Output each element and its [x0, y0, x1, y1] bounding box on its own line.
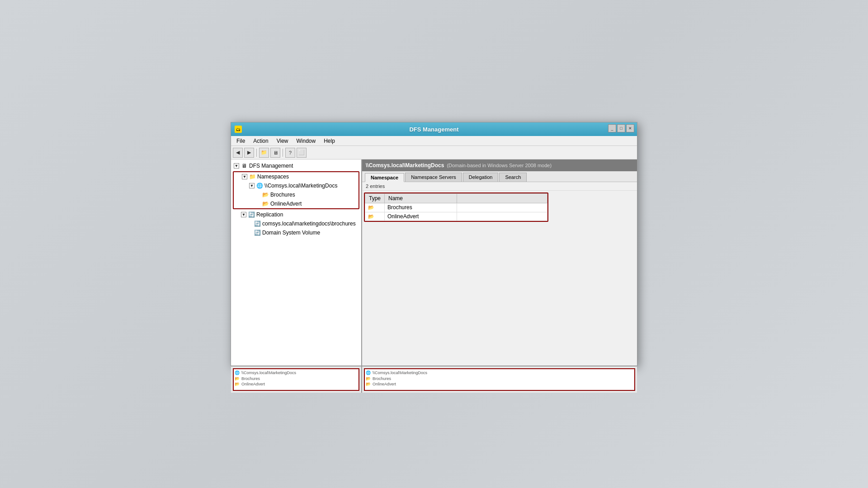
tree-domain-volume[interactable]: 🔄 Domain System Volume [233, 228, 359, 237]
entries-count: 2 entries [366, 183, 385, 189]
minimize-button[interactable]: _ [608, 124, 616, 132]
title-bar: 🗂 DFS Management _ □ ✕ [231, 122, 637, 136]
menu-help[interactable]: Help [320, 137, 339, 145]
left-text1: \\Comsys.local\MarketingDocs [241, 370, 296, 376]
back-button[interactable]: ◀ [233, 148, 243, 158]
table-highlight-box: Type Name 📂 Brochures [364, 192, 548, 222]
menu-action[interactable]: Action [250, 137, 272, 145]
row2-type-icon: 📂 [368, 213, 374, 220]
col-type: Type [365, 194, 385, 203]
right-preview-box: 🌐 \\Comsys.local\MarketingDocs 📂 Brochur… [364, 368, 635, 391]
row1-type: 📂 [365, 203, 385, 212]
tree-root[interactable]: ▼ 🖥 DFS Management [233, 161, 359, 170]
onlineadvert-label: OnlineAdvert [270, 201, 302, 207]
right-row1-icon: 📂 [366, 376, 371, 382]
menu-file[interactable]: File [233, 137, 249, 145]
root-label: DFS Management [249, 163, 293, 169]
tree-namespaces[interactable]: ▼ 📁 Namespaces [234, 172, 359, 181]
tree-onlineadvert[interactable]: 📂 OnlineAdvert [234, 199, 359, 208]
namespaces-label: Namespaces [257, 174, 289, 180]
marketingdocs-label: \\Comsys.local\MarketingDocs [264, 183, 337, 189]
right-row2-text: OnlineAdvert [373, 381, 396, 387]
replication-expand[interactable]: ▼ [241, 212, 246, 217]
right-preview-path: 🌐 \\Comsys.local\MarketingDocs [366, 370, 633, 376]
tree-brochures-repl[interactable]: 🔄 comsys.local\marketingdocs\brochures [233, 219, 359, 228]
tab-namespace[interactable]: Namespace [365, 173, 404, 182]
row2-name: OnlineAdvert [385, 212, 457, 221]
toolbar: ◀ ▶ 📁 🖥 ? ⬜ [231, 146, 637, 160]
onlineadvert-icon: 📂 [262, 200, 269, 207]
menu-bar: File Action View Window Help [231, 136, 637, 146]
monitor-button[interactable]: 🖥 [270, 148, 280, 158]
brochures-repl-icon: 🔄 [254, 220, 261, 227]
app-icon: 🗂 [235, 126, 242, 133]
help-button[interactable]: ? [285, 148, 295, 158]
domain-volume-icon: 🔄 [254, 229, 261, 236]
close-button[interactable]: ✕ [626, 124, 634, 132]
tree-panel: ▼ 🖥 DFS Management ▼ 📁 Namespaces ▼ 🌐 \\… [231, 160, 362, 366]
right-panel: \\Comsys.local\MarketingDocs (Domain-bas… [362, 160, 637, 366]
root-icon: 🖥 [241, 162, 248, 169]
tree-marketingdocs[interactable]: ▼ 🌐 \\Comsys.local\MarketingDocs [234, 181, 359, 190]
left-text3: OnlineAdvert [241, 381, 265, 387]
left-preview-row3: 📂 OnlineAdvert [235, 381, 358, 387]
tree-brochures[interactable]: 📂 Brochures [234, 190, 359, 199]
left-preview-row1: 🌐 \\Comsys.local\MarketingDocs [235, 370, 358, 376]
right-header: \\Comsys.local\MarketingDocs (Domain-bas… [362, 160, 637, 171]
bottom-left-preview: 🌐 \\Comsys.local\MarketingDocs 📂 Brochur… [231, 366, 362, 393]
bottom-preview-area: 🌐 \\Comsys.local\MarketingDocs 📂 Brochur… [231, 366, 637, 393]
right-path-text: \\Comsys.local\MarketingDocs [373, 370, 427, 376]
replication-label: Replication [256, 211, 283, 218]
left-icon1: 🌐 [235, 370, 240, 376]
tree-replication[interactable]: ▼ 🔄 Replication [233, 210, 359, 219]
tab-delegation[interactable]: Delegation [463, 173, 499, 182]
row1-extra [457, 203, 547, 212]
content-area: ▼ 🖥 DFS Management ▼ 📁 Namespaces ▼ 🌐 \\… [231, 160, 637, 366]
table-row[interactable]: 📂 OnlineAdvert [365, 212, 547, 221]
row1-name: Brochures [385, 203, 457, 212]
extra-button[interactable]: ⬜ [297, 148, 307, 158]
right-preview-row1: 📂 Brochures [366, 376, 633, 382]
marketingdocs-expand[interactable]: ▼ [249, 183, 255, 188]
tab-search[interactable]: Search [499, 173, 527, 182]
main-window: 🗂 DFS Management _ □ ✕ File Action View … [231, 122, 637, 366]
bottom-right-preview: 🌐 \\Comsys.local\MarketingDocs 📂 Brochur… [362, 366, 637, 393]
menu-window[interactable]: Window [293, 137, 320, 145]
root-expand[interactable]: ▼ [234, 163, 239, 169]
namespace-highlight-box: ▼ 📁 Namespaces ▼ 🌐 \\Comsys.local\Market… [233, 171, 359, 209]
replication-icon: 🔄 [248, 211, 255, 218]
toolbar-separator-1 [256, 149, 257, 157]
namespaces-icon: 📁 [249, 173, 256, 180]
brochures-repl-label: comsys.local\marketingdocs\brochures [262, 221, 356, 227]
table-container: Type Name 📂 Brochures [362, 191, 637, 366]
window-controls: _ □ ✕ [608, 124, 634, 132]
col-name: Name [385, 194, 457, 203]
forward-button[interactable]: ▶ [244, 148, 254, 158]
right-path-icon: 🌐 [366, 370, 371, 376]
brochures-label: Brochures [270, 192, 295, 198]
maximize-button[interactable]: □ [617, 124, 625, 132]
row2-extra [457, 212, 547, 221]
right-row2-icon: 📂 [366, 381, 371, 387]
right-preview-row2: 📂 OnlineAdvert [366, 381, 633, 387]
left-text2: Brochures [241, 376, 260, 382]
menu-view[interactable]: View [273, 137, 292, 145]
right-header-path: \\Comsys.local\MarketingDocs [366, 162, 444, 169]
namespaces-expand[interactable]: ▼ [242, 174, 247, 179]
window-title: DFS Management [409, 126, 458, 133]
row1-type-icon: 📂 [368, 205, 374, 211]
left-preview-row2: 📂 Brochures [235, 376, 358, 382]
view-button[interactable]: 📁 [259, 148, 269, 158]
table-row[interactable]: 📂 Brochures [365, 203, 547, 212]
right-row1-text: Brochures [373, 376, 391, 382]
toolbar-separator-2 [283, 149, 283, 157]
brochures-icon: 📂 [262, 191, 269, 198]
left-icon3: 📂 [235, 381, 240, 387]
left-preview-box: 🌐 \\Comsys.local\MarketingDocs 📂 Brochur… [233, 368, 359, 391]
tab-namespace-servers[interactable]: Namespace Servers [405, 173, 462, 182]
marketingdocs-icon: 🌐 [256, 182, 263, 189]
domain-volume-label: Domain System Volume [262, 230, 320, 236]
entries-bar: 2 entries [362, 182, 637, 191]
right-header-desc: (Domain-based in Windows Server 2008 mod… [447, 163, 552, 168]
tabs-bar: Namespace Namespace Servers Delegation S… [362, 171, 637, 182]
